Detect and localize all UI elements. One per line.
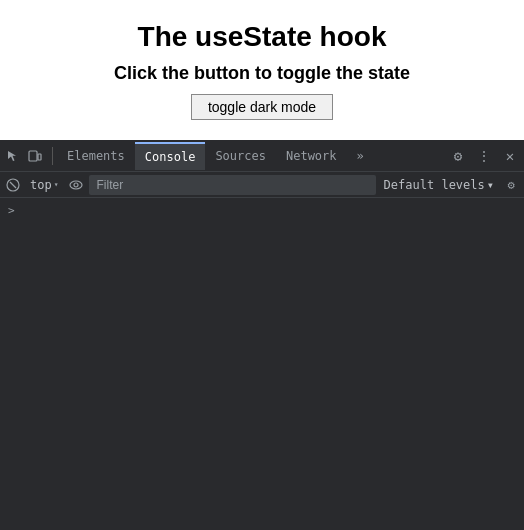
console-filter-input[interactable] bbox=[89, 175, 376, 195]
context-selector[interactable]: top ▾ bbox=[26, 176, 63, 194]
svg-point-5 bbox=[74, 183, 78, 187]
toggle-dark-mode-button[interactable]: toggle dark mode bbox=[191, 94, 333, 120]
tab-elements[interactable]: Elements bbox=[57, 143, 135, 169]
devtools-settings-icon[interactable]: ⚙ bbox=[448, 146, 468, 166]
console-settings-icon[interactable]: ⚙ bbox=[502, 176, 520, 194]
context-selector-arrow: ▾ bbox=[54, 180, 59, 189]
context-selector-value: top bbox=[30, 178, 52, 192]
clear-console-icon[interactable] bbox=[4, 176, 22, 194]
svg-rect-1 bbox=[38, 154, 41, 160]
tab-console[interactable]: Console bbox=[135, 142, 206, 170]
page-subtitle: Click the button to toggle the state bbox=[114, 63, 410, 84]
devtools-panel: Elements Console Sources Network » ⚙ ⋮ ✕… bbox=[0, 140, 524, 530]
log-levels-arrow: ▾ bbox=[487, 178, 494, 192]
devtools-tab-bar: Elements Console Sources Network » ⚙ ⋮ ✕ bbox=[0, 140, 524, 172]
device-toggle-icon[interactable] bbox=[26, 147, 44, 165]
devtools-icon-group bbox=[4, 147, 53, 165]
browser-content: The useState hook Click the button to to… bbox=[0, 0, 524, 140]
svg-point-4 bbox=[70, 181, 82, 189]
log-levels-selector[interactable]: Default levels ▾ bbox=[380, 176, 498, 194]
log-levels-label: Default levels bbox=[384, 178, 485, 192]
console-chevron-icon: > bbox=[8, 204, 15, 217]
page-title: The useState hook bbox=[138, 21, 387, 53]
console-toolbar: top ▾ Default levels ▾ ⚙ bbox=[0, 172, 524, 198]
devtools-tab-list: Elements Console Sources Network » bbox=[57, 142, 448, 170]
tab-sources[interactable]: Sources bbox=[205, 143, 276, 169]
console-prompt-line: > bbox=[8, 202, 516, 219]
tab-network[interactable]: Network bbox=[276, 143, 347, 169]
devtools-tab-actions: ⚙ ⋮ ✕ bbox=[448, 146, 520, 166]
svg-rect-0 bbox=[29, 151, 37, 161]
eye-icon[interactable] bbox=[67, 176, 85, 194]
cursor-icon[interactable] bbox=[4, 147, 22, 165]
devtools-more-icon[interactable]: ⋮ bbox=[474, 146, 494, 166]
devtools-close-icon[interactable]: ✕ bbox=[500, 146, 520, 166]
tab-more[interactable]: » bbox=[347, 143, 374, 169]
svg-line-3 bbox=[10, 182, 16, 188]
console-content: > bbox=[0, 198, 524, 530]
